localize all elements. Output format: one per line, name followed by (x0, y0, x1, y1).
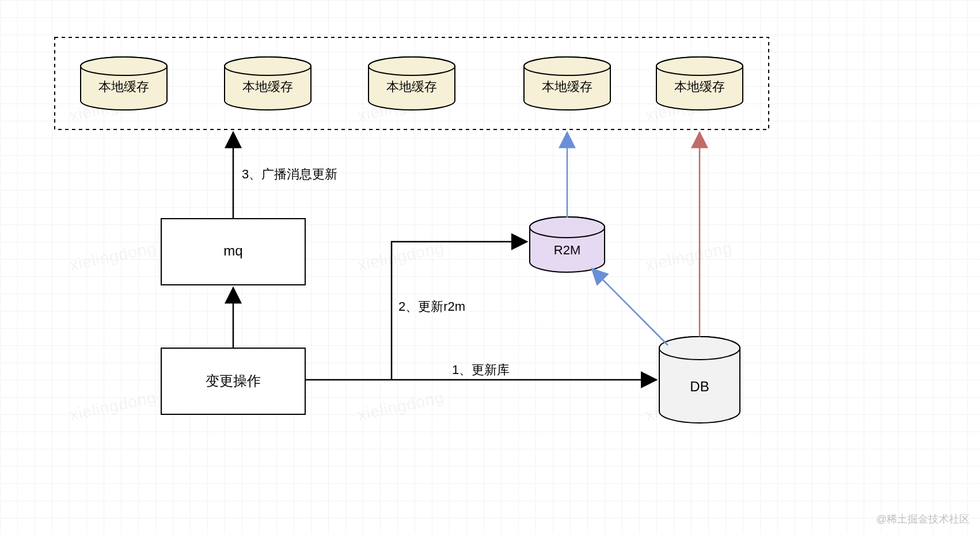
svg-point-13 (530, 217, 605, 238)
cache-label: 本地缓存 (542, 79, 592, 94)
db-label: DB (690, 379, 709, 394)
r2m-label: R2M (554, 243, 580, 257)
edge-label-2: 2、更新r2m (398, 299, 465, 314)
cache-cylinder: 本地缓存 (225, 57, 311, 110)
change-op-node: 变更操作 (161, 348, 305, 414)
cache-cylinder: 本地缓存 (81, 57, 167, 110)
edge-label-3: 3、广播消息更新 (242, 167, 337, 181)
mq-node: mq (161, 219, 305, 285)
svg-point-15 (659, 337, 740, 360)
svg-point-9 (656, 57, 743, 75)
change-op-label: 变更操作 (206, 373, 261, 388)
cache-cylinder: 本地缓存 (656, 57, 743, 110)
cache-label: 本地缓存 (674, 79, 725, 94)
r2m-node: R2M (530, 217, 605, 272)
diagram-canvas: 本地缓存 本地缓存 本地缓存 本地缓存 本地缓存 mq 变更操作 (0, 0, 980, 534)
db-node: DB (659, 337, 740, 423)
svg-point-7 (524, 57, 610, 75)
svg-point-1 (81, 57, 167, 75)
svg-point-3 (225, 57, 311, 75)
cache-label: 本地缓存 (98, 79, 149, 94)
edge-label-1: 1、更新库 (452, 363, 510, 377)
cache-label: 本地缓存 (242, 79, 293, 94)
cache-cylinder: 本地缓存 (369, 57, 455, 110)
arrow-db-to-r2m (592, 269, 668, 345)
svg-point-5 (369, 57, 455, 75)
source-credit: @稀土掘金技术社区 (876, 512, 970, 526)
mq-label: mq (223, 243, 242, 258)
cache-label: 本地缓存 (386, 79, 437, 94)
cache-cylinder: 本地缓存 (524, 57, 610, 110)
